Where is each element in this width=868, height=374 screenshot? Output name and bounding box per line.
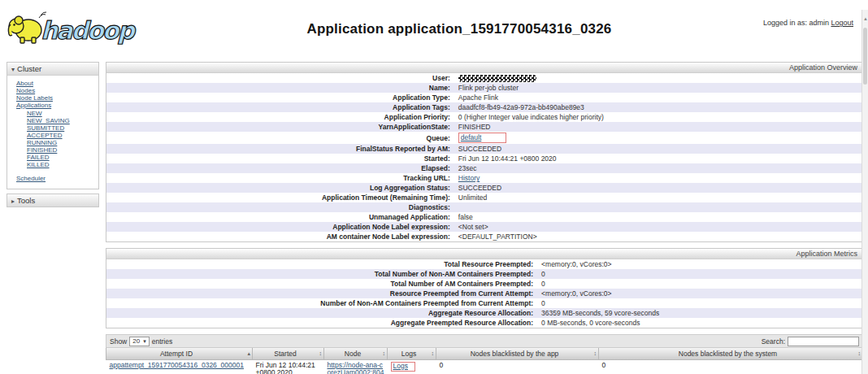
sidebar-item-submitted[interactable]: SUBMITTED <box>27 124 97 132</box>
overview-table: User:Name:Flink per-job clusterApplicati… <box>106 73 862 241</box>
attempt-started-cell: Fri Jun 12 10:44:21 +0800 2020 <box>253 359 324 374</box>
kv-row: Aggregate Preempted Resource Allocation:… <box>106 318 862 328</box>
sidebar-item-killed[interactable]: KILLED <box>27 161 97 168</box>
sort-icon: ↕ <box>858 350 861 356</box>
field-value-finalstatus-reported-by-am: SUCCEEDED <box>454 144 862 154</box>
sidebar-item-running[interactable]: RUNNING <box>27 139 97 146</box>
column-header-logs[interactable]: Logs↕ <box>388 348 436 359</box>
sidebar-item-scheduler[interactable]: Scheduler <box>16 175 97 182</box>
entries-label: entries <box>152 337 173 345</box>
sort-icon: ▴ <box>247 350 250 357</box>
field-label: Aggregate Resource Allocation: <box>106 308 537 318</box>
column-header-started[interactable]: Started↕ <box>253 348 324 359</box>
kv-row: YarnApplicationState:FINISHED <box>106 122 862 132</box>
field-label: Application Timeout (Remaining Time): <box>106 193 454 202</box>
sort-icon: ↕ <box>594 350 597 356</box>
field-value-number-of-non-am-containers-preempted-from-current-attempt: 0 <box>537 298 862 308</box>
sidebar-item-about[interactable]: About <box>16 80 97 87</box>
attempt-logs-cell: Logs <box>388 359 436 374</box>
column-header-nodes-blacklisted-by-the-system[interactable]: Nodes blacklisted by the system↕ <box>599 348 863 359</box>
blacklisted-by-app-cell: 0 <box>436 359 599 374</box>
page-size-select[interactable]: 20▾ <box>129 337 149 346</box>
page-title: Application application_1591770054316_03… <box>106 21 813 37</box>
field-label: Diagnostics: <box>106 202 454 212</box>
kv-row: FinalStatus Reported by AM:SUCCEEDED <box>106 144 862 154</box>
field-value-am-container-node-label-expression: <DEFAULT_PARTITION> <box>454 232 862 241</box>
collapse-arrow-icon: ▾ <box>11 66 15 73</box>
kv-row: Log Aggregation Status:SUCCEEDED <box>106 183 862 193</box>
field-label: Queue: <box>106 132 454 144</box>
queue-link[interactable]: default <box>461 133 482 141</box>
vertical-scrollbar[interactable]: ▲ <box>861 10 868 374</box>
page-length-control: Show20▾entries <box>110 337 172 346</box>
column-header-attempt-id[interactable]: Attempt ID▴ <box>106 348 253 359</box>
application-overview-section: Application Overview User:Name:Flink per… <box>106 62 863 242</box>
sidebar-item-nodes[interactable]: Nodes <box>16 87 97 94</box>
scroll-up-icon[interactable]: ▲ <box>863 16 868 21</box>
logged-in-text: Logged in as: admin <box>763 19 829 27</box>
field-label: Total Number of AM Containers Preempted: <box>106 279 537 289</box>
kv-row: Resource Preempted from Current Attempt:… <box>106 289 862 298</box>
field-value-resource-preempted-from-current-attempt: <memory:0, vCores:0> <box>537 289 862 298</box>
search-label: Search: <box>762 337 785 345</box>
kv-row: Total Resource Preempted:<memory:0, vCor… <box>106 259 862 269</box>
cluster-nav-box: ▾Cluster AboutNodesNode LabelsApplicatio… <box>7 62 99 189</box>
field-value-yarnapplicationstate: FINISHED <box>454 122 862 132</box>
sidebar-section-cluster[interactable]: ▾Cluster <box>7 63 98 76</box>
sidebar-item-accepted[interactable]: ACCEPTED <box>27 132 97 139</box>
attempt-node-link[interactable]: https://node-ana-corezUam0002:8044 <box>328 361 384 374</box>
attempt-id-cell: appattempt_1591770054316_0326_000001 <box>106 359 253 374</box>
search-input[interactable] <box>788 337 859 346</box>
field-label: Started: <box>106 154 454 163</box>
field-value-started: Fri Jun 12 10:44:21 +0800 2020 <box>454 154 862 163</box>
sidebar-item-node-labels[interactable]: Node Labels <box>16 94 97 102</box>
field-value-application-timeout-remaining-time: Unlimited <box>454 193 862 202</box>
field-label: Aggregate Preempted Resource Allocation: <box>106 318 537 328</box>
attempt-node-cell: https://node-ana-corezUam0002:8044 <box>324 359 388 374</box>
sidebar-section-tools[interactable]: ▸Tools <box>7 194 98 207</box>
main-content: Application Overview User:Name:Flink per… <box>106 62 863 374</box>
field-value-aggregate-resource-allocation: 36359 MB-seconds, 59 vcore-seconds <box>537 308 862 318</box>
kv-row: Name:Flink per-job cluster <box>106 83 862 93</box>
tracking-url-link[interactable]: History <box>458 174 480 182</box>
kv-row: Tracking URL:History <box>106 173 862 183</box>
column-header-node[interactable]: Node↕ <box>324 348 388 359</box>
field-label: YarnApplicationState: <box>106 122 454 132</box>
field-label: Tracking URL: <box>106 173 454 183</box>
kv-row: Queue:default <box>106 132 862 144</box>
sort-icon: ↕ <box>319 350 323 356</box>
kv-row: AM container Node Label expression:<DEFA… <box>106 232 862 241</box>
column-header-nodes-blacklisted-by-the-app[interactable]: Nodes blacklisted by the app↕ <box>436 348 599 359</box>
attempt-row: appattempt_1591770054316_0326_000001 Fri… <box>106 359 863 374</box>
scrollbar-thumb[interactable] <box>863 28 867 85</box>
logout-link[interactable]: Logout <box>831 19 853 27</box>
kv-row: Total Number of AM Containers Preempted:… <box>106 279 862 289</box>
field-value-aggregate-preempted-resource-allocation: 0 MB-seconds, 0 vcore-seconds <box>537 318 862 328</box>
kv-row: Application Type:Apache Flink <box>106 93 862 102</box>
yarn-application-page: hadoop Application application_159177005… <box>0 0 868 374</box>
sidebar-item-new-saving[interactable]: NEW_SAVING <box>27 117 97 124</box>
attempt-id-link[interactable]: appattempt_1591770054316_0326_000001 <box>110 361 244 369</box>
sort-icon: ↕ <box>383 350 386 356</box>
kv-row: Diagnostics: <box>106 202 862 212</box>
field-value-total-resource-preempted: <memory:0, vCores:0> <box>537 259 862 269</box>
expand-arrow-icon: ▸ <box>11 198 15 205</box>
kv-row: User: <box>106 73 862 83</box>
field-label: User: <box>106 73 454 83</box>
sidebar-item-new[interactable]: NEW <box>27 110 97 117</box>
blacklisted-by-system-cell: 0 <box>599 359 863 374</box>
cluster-links: AboutNodesNode LabelsApplications <box>16 80 97 109</box>
field-label: Application Type: <box>106 93 454 102</box>
field-label: AM container Node Label expression: <box>106 232 454 241</box>
sidebar-item-finished[interactable]: FINISHED <box>27 146 97 154</box>
field-label: Elapsed: <box>106 163 454 173</box>
datatable-toolbar: Show20▾entries Search: <box>106 334 863 348</box>
kv-row: Started:Fri Jun 12 10:44:21 +0800 2020 <box>106 154 862 163</box>
kv-row: Application Node Label expression:<Not s… <box>106 222 862 232</box>
metrics-table: Total Resource Preempted:<memory:0, vCor… <box>106 259 862 328</box>
table-search: Search: <box>762 337 859 346</box>
attempt-logs-link[interactable]: Logs <box>393 362 408 370</box>
page-size-value: 20 <box>132 337 140 345</box>
sidebar-item-failed[interactable]: FAILED <box>27 154 97 161</box>
sidebar-item-applications[interactable]: Applications <box>16 102 97 109</box>
